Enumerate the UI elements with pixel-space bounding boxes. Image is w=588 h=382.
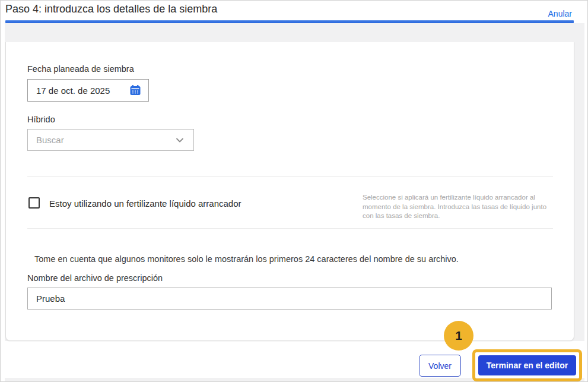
file-name-input[interactable]: [27, 288, 552, 310]
cancel-link[interactable]: Anular: [548, 9, 572, 18]
planting-date-field[interactable]: 17 de oct. de 2025: [27, 79, 149, 102]
file-name-note: Tome en cuenta que algunos monitores sol…: [34, 254, 459, 264]
planting-date-value: 17 de oct. de 2025: [36, 86, 129, 96]
hybrid-select[interactable]: Buscar: [27, 129, 194, 151]
starter-fertilizer-checkbox[interactable]: [28, 197, 40, 209]
finish-in-editor-button[interactable]: Terminar en el editor: [478, 355, 576, 375]
starter-fertilizer-help-text: Seleccione si aplicará un fertilizante l…: [363, 193, 555, 221]
chevron-down-icon: [174, 135, 185, 146]
file-name-label: Nombre del archivo de prescripción: [27, 273, 163, 283]
planting-date-label: Fecha planeada de siembra: [27, 64, 134, 74]
annotation-highlight-frame: Terminar en el editor: [472, 349, 582, 381]
starter-fertilizer-label: Estoy utilizando un fertilizante líquido…: [49, 198, 241, 209]
hybrid-placeholder: Buscar: [36, 135, 174, 145]
calendar-icon[interactable]: [129, 84, 141, 96]
section-divider: [27, 228, 553, 229]
back-button[interactable]: Volver: [419, 355, 461, 377]
wizard-step-page: Paso 4: introduzca los detalles de la si…: [0, 0, 588, 382]
hybrid-label: Híbrido: [27, 115, 55, 124]
annotation-step-badge: 1: [444, 321, 473, 351]
section-divider: [27, 176, 553, 177]
page-title: Paso 4: introduzca los detalles de la si…: [5, 3, 217, 15]
